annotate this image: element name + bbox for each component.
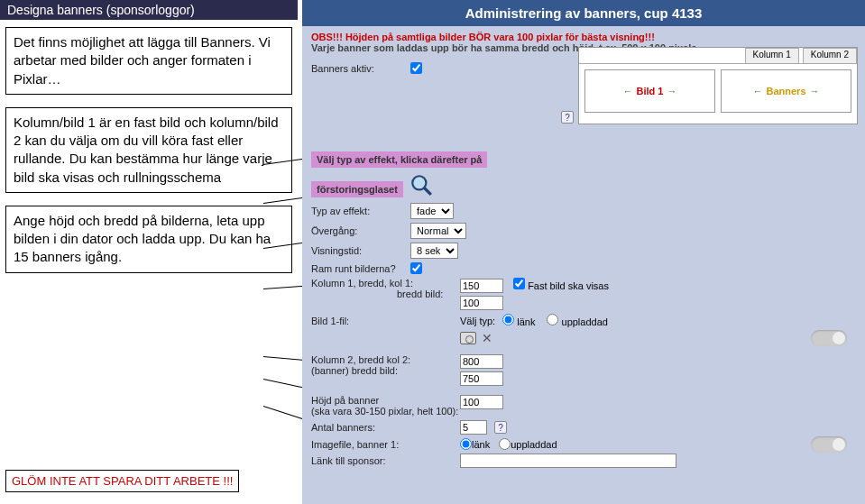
preview-tab-kol1: Kolumn 1 [745,48,799,63]
row-overgang: Övergång: Normal [311,223,856,239]
arrow-left-icon: ← [752,86,762,96]
imagefile-label: Imagefile, banner 1: [311,439,460,450]
kol1-bildwidth-input[interactable] [460,296,503,310]
valj-typ-label: Välj typ: [460,316,495,326]
svg-line-1 [424,188,431,195]
visningstid-label: Visningstid: [311,245,410,256]
section-title: Designa banners (sponsorloggor) [0,0,298,20]
preview-tab-kol2: Kolumn 2 [803,48,857,63]
visningstid-select[interactable]: 8 sek [410,243,458,259]
kolumn1-label: Kolumn 1, bredd, kol 1: bredd bild: [311,278,460,299]
ram-label: Ram runt bilderna? [311,263,410,274]
admin-panel: Administrering av banners, cup 4133 OBS!… [302,0,865,504]
row-antal: Antal banners: ? [311,420,856,435]
row-imagefile1: Imagefile, banner 1: länk uppladdad [311,438,856,450]
camera-icon[interactable] [460,332,476,344]
valj-typ-uppladdad-radio[interactable] [547,314,558,325]
callout-upload: Ange höjd och bredd på bilderna, leta up… [5,206,292,273]
fast-bild-checkbox[interactable] [513,278,525,289]
banners-aktiv-checkbox[interactable] [410,62,422,74]
banners-aktiv-label: Banners aktiv: [311,63,410,74]
imagefile-lank-label: länk [472,439,490,450]
lank-sponsor-label: Länk till sponsor: [311,455,460,466]
remove-icon[interactable]: ✕ [482,331,492,345]
row-ram: Ram runt bilderna? [311,262,856,274]
bild1fil-label: Bild 1-fil: [311,316,460,326]
typ-av-effekt-select[interactable]: fade [410,203,454,219]
radio-uppladdad-label: uppladdad [562,316,608,327]
overgang-select[interactable]: Normal [410,223,466,239]
radio-lank-label: länk [517,316,535,327]
valj-typ-lank-radio[interactable] [502,314,514,325]
warning-line-1: OBS!!! Höjden på samtliga bilder BÖR var… [311,32,856,42]
hilite-line2: förstoringsglaset [311,181,403,197]
hojd-label: Höjd på banner (ska vara 30-150 pixlar, … [311,395,460,417]
row-bild1fil: Bild 1-fil: Välj typ: länk uppladdad [311,314,856,327]
preview-banners: ← Banners → [721,69,851,113]
help-preview-icon[interactable]: ? [561,111,574,124]
kol1-width-input[interactable] [460,279,503,293]
row-kolumn2: Kolumn 2, bredd kol 2: (banner) bredd bi… [311,354,856,386]
admin-title: Administrering av banners, cup 4133 [302,0,865,26]
row-bild1-upload: ✕ [311,331,856,345]
magnifier-icon[interactable] [409,173,433,197]
save-warning: GLÖM INTE ATT SPARA DITT ARBETE !!! [5,470,239,492]
kol2-bildwidth-input[interactable] [460,371,503,386]
imagefile-uppladdad-label: uppladdad [511,439,557,450]
arrow-left-icon: ← [623,86,633,96]
arrow-right-icon: → [667,86,676,96]
imagefile-uppladdad-radio[interactable] [499,438,511,450]
typ-av-effekt-label: Typ av effekt: [311,206,410,216]
toggle-pill[interactable] [811,330,847,346]
hilite-line1: Välj typ av effekt, klicka därefter på [311,151,487,168]
svg-point-0 [412,176,426,189]
callout-kolumn: Kolumn/bild 1 är en fast bild och kolumn… [5,107,292,193]
lank-sponsor-input[interactable] [460,454,676,468]
kolumn2-label: Kolumn 2, bredd kol 2: (banner) bredd bi… [311,354,460,376]
row-hojd: Höjd på banner (ska vara 30-150 pixlar, … [311,395,856,417]
arrow-right-icon: → [810,86,820,96]
preview-bild1: ← Bild 1 → [584,69,715,113]
toggle-pill[interactable] [811,436,847,453]
hojd-input[interactable] [460,395,503,409]
callout-intro: Det finns möjlighet att lägga till Banne… [5,27,292,95]
overgang-label: Övergång: [311,225,410,236]
row-typ-av-effekt: Typ av effekt: fade [311,203,856,219]
banner-preview: Kolumn 1 Kolumn 2 ← Bild 1 → ← Banners →… [578,47,858,124]
ram-checkbox[interactable] [410,262,422,274]
antal-input[interactable] [460,420,487,435]
instructions-panel: Designa banners (sponsorloggor) Det finn… [0,0,298,504]
kol2-width-input[interactable] [460,354,503,369]
imagefile-lank-radio[interactable] [460,438,472,450]
antal-label: Antal banners: [311,422,460,433]
effect-instruction: Välj typ av effekt, klicka därefter på f… [311,146,856,199]
row-lank-sponsor: Länk till sponsor: [311,454,856,468]
fast-bild-label: Fast bild ska visas [528,280,609,291]
row-visningstid: Visningstid: 8 sek [311,243,856,259]
help-antal-icon[interactable]: ? [494,421,507,434]
row-kolumn1: Kolumn 1, bredd, kol 1: bredd bild: Fast… [311,278,856,310]
